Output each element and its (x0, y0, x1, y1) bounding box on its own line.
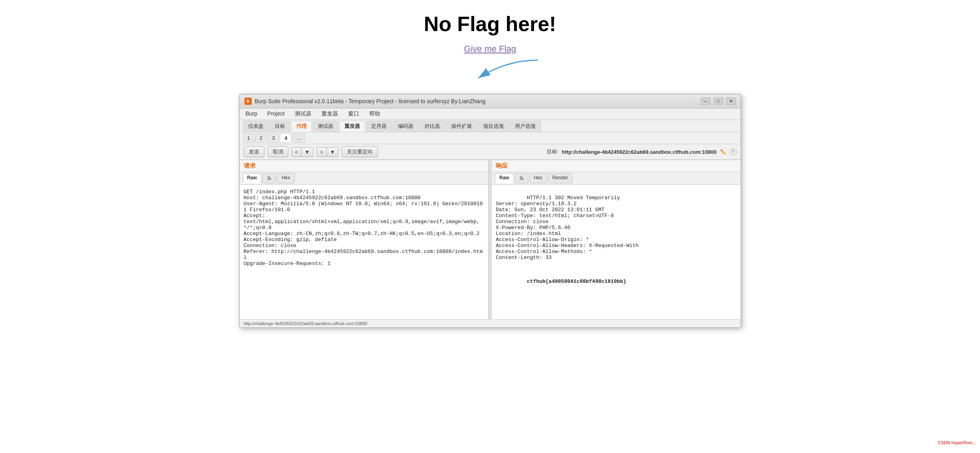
menu-resender[interactable]: 重发器 (319, 110, 340, 118)
response-content[interactable]: HTTP/1.1 302 Moved Temporarily Server: o… (492, 185, 741, 319)
target-url: http://challenge-4b4245922c62ab69.sandbo… (562, 149, 717, 155)
bottom-url: http://challenge-4b4245922c62ab69.sandbo… (244, 321, 368, 326)
tab-project-options[interactable]: 项目选项 (478, 121, 509, 132)
response-tab-head[interactable]: 头 (515, 173, 528, 183)
tab-extensions[interactable]: 插件扩展 (446, 121, 477, 132)
tab-user-options[interactable]: 用户选项 (510, 121, 541, 132)
help-icon[interactable]: ? (730, 148, 737, 155)
request-tab-raw[interactable]: Raw (243, 173, 262, 183)
redirect-button[interactable]: 关注重定向 (342, 146, 378, 157)
menu-project[interactable]: Project (265, 110, 287, 118)
response-headers: HTTP/1.1 302 Moved Temporarily Server: o… (496, 195, 639, 261)
request-tab-bar: Raw 头 Hex (240, 172, 489, 185)
maximize-button[interactable]: □ (714, 98, 723, 105)
cancel-button[interactable]: 取消 (268, 146, 288, 157)
sub-tab-1[interactable]: 1 (243, 133, 254, 143)
tab-sequencer[interactable]: 定序器 (366, 121, 392, 132)
sub-tab-2[interactable]: 2 (255, 133, 267, 143)
menu-tester[interactable]: 测试器 (293, 110, 313, 118)
panel-divider (489, 160, 492, 319)
nav-prev-group: < ▼ (291, 147, 313, 157)
response-panel-header: 响应 (492, 160, 741, 172)
response-section-title: 响应 (496, 162, 508, 170)
request-content[interactable]: GET /index.php HTTP/1.1 Host: challenge-… (240, 185, 489, 319)
send-button[interactable]: 发送 (244, 146, 264, 157)
tab-tester[interactable]: 测试器 (313, 121, 338, 132)
target-label: 目标: (547, 148, 559, 155)
panels-container: 请求 Raw 头 Hex GET /index.php HTTP/1.1 Hos… (240, 160, 741, 319)
tab-decoder[interactable]: 编码器 (393, 121, 419, 132)
edit-icon[interactable]: ✏️ (720, 149, 726, 155)
response-tab-hex[interactable]: Hex (530, 173, 547, 183)
window-titlebar: B Burp Suite Professional v2.0.11beta - … (240, 94, 741, 108)
response-panel: 响应 Raw 头 Hex Render HTTP/1.1 302 Moved T… (492, 160, 741, 319)
tab-repeater[interactable]: 重发器 (339, 121, 365, 132)
menu-burp[interactable]: Burp (244, 110, 260, 118)
burp-icon: B (245, 98, 252, 105)
nav-next-down-button[interactable]: ▼ (327, 147, 338, 157)
request-tab-head[interactable]: 头 (262, 173, 276, 183)
arrow-indicator (0, 56, 980, 88)
target-url-area: 目标: http://challenge-4b4245922c62ab69.sa… (547, 148, 736, 155)
menu-help[interactable]: 帮助 (367, 110, 382, 118)
give-me-flag-link[interactable]: Give me Flag (464, 44, 516, 54)
request-panel: 请求 Raw 头 Hex GET /index.php HTTP/1.1 Hos… (240, 160, 489, 319)
menu-window[interactable]: 窗口 (346, 110, 361, 118)
repeater-toolbar: 发送 取消 < ▼ > ▼ 关注重定向 目标: http://challenge… (240, 144, 741, 160)
sub-tab-3[interactable]: 3 (268, 133, 279, 143)
response-tab-raw[interactable]: Raw (495, 173, 514, 183)
window-controls: ─ □ ✕ (701, 98, 736, 105)
nav-next-group: > ▼ (317, 147, 338, 157)
window-title: Burp Suite Professional v2.0.11beta - Te… (255, 98, 485, 104)
sub-tab-more[interactable]: ... (292, 133, 305, 143)
request-section-title: 请求 (244, 162, 256, 170)
close-button[interactable]: ✕ (726, 98, 736, 105)
csdn-watermark: CSDN HyperRom... (938, 440, 976, 445)
sub-tab-bar: 1 2 3 4 ... (240, 132, 741, 144)
nav-prev-down-button[interactable]: ▼ (301, 147, 313, 157)
nav-prev-button[interactable]: < (292, 147, 302, 157)
nav-next-button[interactable]: > (317, 147, 327, 157)
response-tab-bar: Raw 头 Hex Render (492, 172, 741, 185)
response-flag: ctfhub{a49858041c08bf498c1819bb} (527, 278, 626, 284)
menu-bar: Burp Project 测试器 重发器 窗口 帮助 (240, 108, 741, 120)
page-title: No Flag here! (0, 12, 980, 36)
request-tab-hex[interactable]: Hex (277, 173, 294, 183)
sub-tab-4[interactable]: 4 (280, 133, 291, 143)
bottom-bar: http://challenge-4b4245922c62ab69.sandbo… (240, 319, 741, 327)
burp-window: B Burp Suite Professional v2.0.11beta - … (239, 94, 741, 328)
tab-dashboard[interactable]: 仪表盘 (243, 121, 269, 132)
response-tab-render[interactable]: Render (548, 173, 572, 183)
tab-comparer[interactable]: 对比器 (419, 121, 445, 132)
main-tab-bar: 仪表盘 目标 代理 测试器 重发器 定序器 编码器 对比器 插件扩展 项目选项 … (240, 120, 741, 132)
tab-proxy[interactable]: 代理 (291, 121, 312, 132)
request-panel-header: 请求 (240, 160, 489, 172)
tab-target[interactable]: 目标 (270, 121, 290, 132)
minimize-button[interactable]: ─ (701, 98, 710, 105)
